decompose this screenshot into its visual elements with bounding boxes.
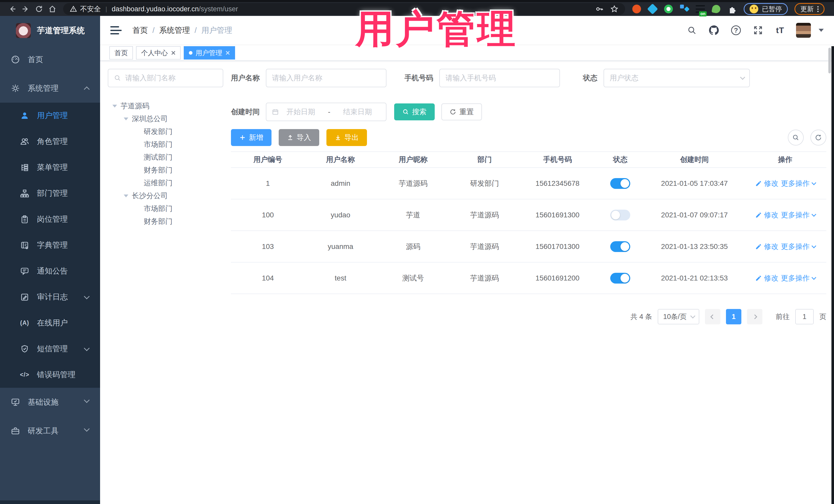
more-actions-link[interactable]: 更多操作 bbox=[781, 273, 815, 283]
goto-page-input[interactable]: 1 bbox=[795, 309, 814, 324]
dept-search-input[interactable]: 请输入部门名称 bbox=[108, 69, 223, 87]
browser-home-icon[interactable] bbox=[46, 2, 59, 16]
status-toggle[interactable] bbox=[610, 241, 630, 252]
update-button[interactable]: 更新 bbox=[794, 3, 825, 15]
page-size-select[interactable]: 10条/页 bbox=[658, 309, 699, 324]
sidebar-item-dev-tools[interactable]: 研发工具 bbox=[0, 416, 100, 445]
github-icon[interactable] bbox=[708, 24, 720, 37]
sidebar-item-infrastructure[interactable]: 基础设施 bbox=[0, 388, 100, 416]
caret-down-icon[interactable] bbox=[112, 105, 117, 108]
date-range-picker[interactable]: 开始日期 - 结束日期 bbox=[266, 103, 387, 121]
tree-node[interactable]: 测试部门 bbox=[108, 151, 223, 164]
sidebar-item-sms-mgmt[interactable]: 短信管理 bbox=[0, 336, 100, 362]
browser-reload-icon[interactable] bbox=[32, 2, 46, 16]
sidebar-item-dept-mgmt[interactable]: 部门管理 bbox=[0, 180, 100, 206]
sidebar-item-online-users[interactable]: (A) 在线用户 bbox=[0, 310, 100, 336]
breadcrumb-home[interactable]: 首页 bbox=[132, 25, 148, 36]
tree-node[interactable]: 芋道源码 bbox=[108, 100, 223, 112]
key-icon[interactable] bbox=[595, 5, 603, 13]
more-actions-link[interactable]: 更多操作 bbox=[781, 210, 815, 220]
username-input[interactable]: 请输入用户名称 bbox=[266, 69, 387, 87]
caret-down-icon[interactable] bbox=[124, 117, 128, 120]
reset-button[interactable]: 重置 bbox=[441, 104, 482, 120]
edit-link[interactable]: 修改 bbox=[755, 210, 778, 220]
tree-node[interactable]: 财务部门 bbox=[108, 164, 223, 177]
edit-link[interactable]: 修改 bbox=[755, 273, 778, 283]
search-icon[interactable] bbox=[686, 24, 698, 37]
sidebar-item-system[interactable]: 系统管理 bbox=[0, 74, 100, 103]
sidebar-item-notice[interactable]: 通知公告 bbox=[0, 258, 100, 284]
sidebar-item-user-mgmt[interactable]: 用户管理 bbox=[0, 103, 100, 129]
more-actions-link[interactable]: 更多操作 bbox=[781, 242, 815, 251]
extension-gem-icon[interactable] bbox=[648, 4, 657, 14]
hamburger-icon[interactable] bbox=[110, 25, 122, 36]
status-toggle[interactable] bbox=[610, 210, 630, 220]
add-user-button[interactable]: 新增 bbox=[231, 129, 271, 146]
extension-list-on-icon[interactable]: on bbox=[696, 4, 705, 14]
search-button[interactable]: 搜索 bbox=[394, 104, 435, 120]
sidebar-item-menu-mgmt[interactable]: 菜单管理 bbox=[0, 154, 100, 180]
tab-home[interactable]: 首页 bbox=[109, 46, 133, 60]
dept-tree: 芋道源码 深圳总公司 研发部门 市场部门 测试部门 财务部门 运维部门 长沙分公… bbox=[108, 100, 223, 228]
profile-chip[interactable]: 已暂停 bbox=[744, 3, 788, 15]
sidebar-item-error-code[interactable]: </> 错误码管理 bbox=[0, 362, 100, 388]
url-divider: | bbox=[106, 5, 107, 13]
tree-node[interactable]: 长沙分公司 bbox=[108, 190, 223, 202]
font-size-icon[interactable]: tT bbox=[774, 24, 786, 37]
fullscreen-icon[interactable] bbox=[752, 24, 764, 37]
extensions-puzzle-icon[interactable] bbox=[727, 4, 737, 14]
show-search-button[interactable] bbox=[788, 130, 804, 146]
sidebar-item-home[interactable]: 首页 bbox=[0, 45, 100, 74]
status-toggle[interactable] bbox=[610, 178, 630, 189]
close-icon[interactable] bbox=[225, 50, 230, 55]
pencil-icon bbox=[755, 212, 762, 218]
bookmark-star-icon[interactable] bbox=[610, 5, 618, 13]
import-button[interactable]: 导入 bbox=[279, 129, 319, 146]
edit-link[interactable]: 修改 bbox=[755, 179, 778, 188]
browser-forward-icon[interactable] bbox=[19, 2, 32, 16]
app-logo-row[interactable]: 芋道管理系统 bbox=[0, 16, 100, 45]
tree-node[interactable]: 研发部门 bbox=[108, 125, 223, 138]
user-avatar[interactable] bbox=[796, 23, 811, 38]
scrollbar-thumb[interactable] bbox=[828, 48, 831, 73]
tree-node[interactable]: 深圳总公司 bbox=[108, 112, 223, 125]
extension-sprout-icon[interactable] bbox=[711, 4, 721, 14]
extension-squares-icon[interactable] bbox=[680, 4, 689, 14]
next-page-button[interactable] bbox=[747, 309, 762, 324]
current-page[interactable]: 1 bbox=[726, 309, 741, 324]
export-button[interactable]: 导出 bbox=[326, 129, 367, 146]
pencil-icon bbox=[755, 275, 762, 282]
extension-ubuntu-icon[interactable] bbox=[632, 4, 641, 14]
breadcrumb-system[interactable]: 系统管理 bbox=[159, 25, 190, 36]
close-icon[interactable] bbox=[171, 50, 176, 55]
tree-node[interactable]: 市场部门 bbox=[108, 138, 223, 151]
help-icon[interactable]: ? bbox=[730, 24, 742, 37]
url-path[interactable]: /system/user bbox=[199, 5, 238, 13]
sidebar-item-role-mgmt[interactable]: 角色管理 bbox=[0, 129, 100, 154]
pencil-icon bbox=[755, 243, 762, 250]
tree-node[interactable]: 运维部门 bbox=[108, 177, 223, 190]
status-select[interactable]: 用户状态 bbox=[603, 69, 750, 87]
prev-page-button[interactable] bbox=[705, 309, 720, 324]
tree-node[interactable]: 市场部门 bbox=[108, 202, 223, 215]
tab-profile[interactable]: 个人中心 bbox=[136, 46, 181, 60]
tab-user-mgmt[interactable]: 用户管理 bbox=[184, 46, 235, 60]
browser-menu-icon[interactable] bbox=[817, 6, 819, 12]
sidebar-item-post-mgmt[interactable]: 岗位管理 bbox=[0, 206, 100, 232]
extension-green-circle-icon[interactable] bbox=[664, 4, 673, 14]
address-bar[interactable]: 不安全 | dashboard.yudao.iocoder.cn /system… bbox=[63, 3, 625, 15]
sidebar-item-audit-log[interactable]: 审计日志 bbox=[0, 284, 100, 310]
edit-link[interactable]: 修改 bbox=[755, 242, 778, 251]
refresh-table-button[interactable] bbox=[810, 130, 826, 146]
more-actions-link[interactable]: 更多操作 bbox=[781, 179, 815, 188]
tree-node[interactable]: 财务部门 bbox=[108, 215, 223, 228]
status-toggle[interactable] bbox=[610, 273, 630, 284]
browser-back-icon[interactable] bbox=[6, 2, 19, 16]
url-host[interactable]: dashboard.yudao.iocoder.cn bbox=[112, 5, 199, 13]
org-icon bbox=[20, 188, 30, 199]
security-label[interactable]: 不安全 bbox=[80, 4, 101, 14]
avatar-caret-icon[interactable] bbox=[819, 29, 824, 32]
caret-down-icon[interactable] bbox=[124, 195, 128, 197]
mobile-input[interactable]: 请输入手机号码 bbox=[439, 69, 560, 87]
sidebar-item-dict-mgmt[interactable]: 字典管理 bbox=[0, 232, 100, 258]
